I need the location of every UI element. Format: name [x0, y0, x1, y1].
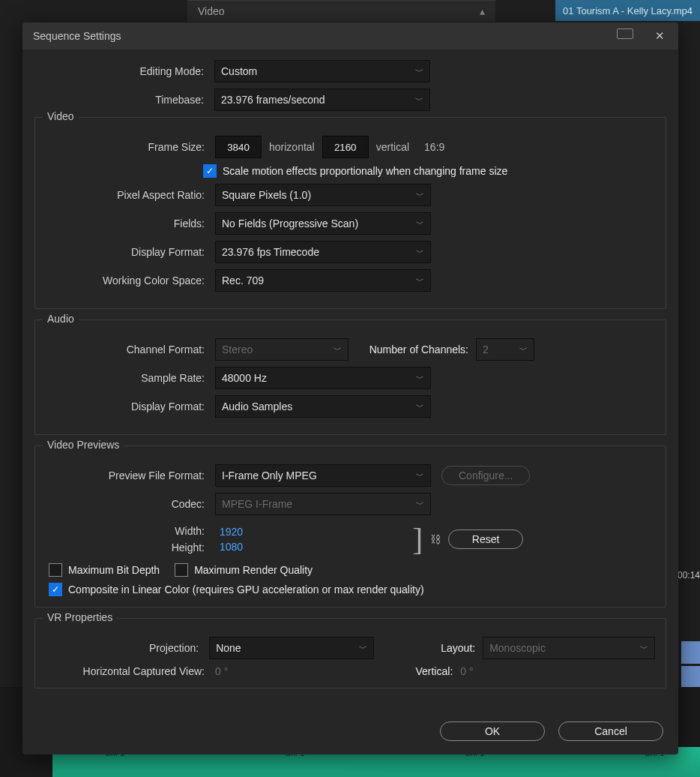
preview-width-value[interactable]: 1920	[215, 524, 247, 539]
cancel-button[interactable]: Cancel	[558, 722, 663, 741]
link-icon[interactable]: ⛓	[430, 533, 441, 545]
bg-video-tab: Video▴	[187, 0, 495, 22]
chevron-down-icon: ﹀	[416, 470, 424, 482]
sequence-settings-dialog: Sequence Settings ✕ Editing Mode: Custom…	[22, 22, 678, 754]
colorspace-label: Working Color Space:	[46, 274, 215, 286]
preview-height-label: Height:	[46, 542, 215, 554]
chevron-down-icon: ﹀	[416, 190, 424, 201]
bg-timecode: 00:14	[678, 570, 700, 580]
colorspace-dropdown[interactable]: Rec. 709﹀	[215, 269, 431, 292]
chevron-down-icon: ﹀	[416, 373, 424, 384]
chevron-down-icon: ﹀	[359, 643, 367, 654]
video-section: Video Frame Size: horizontal vertical 16…	[34, 117, 666, 309]
ok-button[interactable]: OK	[440, 722, 545, 741]
vr-vertical-value: 0 °	[460, 665, 473, 677]
vertical-label: vertical	[376, 141, 409, 153]
max-render-quality-checkbox[interactable]	[175, 563, 188, 577]
chevron-down-icon: ﹀	[334, 344, 342, 356]
chevron-down-icon: ﹀	[416, 275, 424, 286]
titlebar: Sequence Settings ✕	[22, 22, 678, 50]
bg-track-bar	[681, 641, 700, 664]
scale-motion-checkbox[interactable]: ✓	[203, 164, 217, 178]
channel-format-label: Channel Format:	[46, 344, 215, 356]
video-previews-section: Video Previews Preview File Format: I-Fr…	[34, 446, 666, 608]
composite-linear-label: Composite in Linear Color (requires GPU …	[68, 584, 424, 596]
vr-section: VR Properties Projection: None﹀ Layout: …	[34, 618, 666, 688]
composite-linear-checkbox[interactable]: ✓	[49, 583, 62, 596]
audio-section: Audio Channel Format: Stereo﹀ Number of …	[34, 320, 666, 435]
num-channels-dropdown: 2﹀	[476, 338, 534, 361]
frame-width-input[interactable]	[215, 136, 262, 158]
dialog-title: Sequence Settings	[33, 30, 121, 42]
bg-track-bar	[681, 666, 700, 688]
chevron-down-icon: ﹀	[640, 643, 648, 654]
video-dispfmt-label: Display Format:	[46, 246, 215, 258]
editing-mode-dropdown[interactable]: Custom﹀	[214, 60, 430, 82]
layout-label: Layout:	[374, 642, 483, 654]
audio-legend: Audio	[43, 313, 79, 325]
video-dispfmt-dropdown[interactable]: 23.976 fps Timecode﹀	[215, 241, 431, 263]
previews-legend: Video Previews	[43, 439, 124, 451]
vr-vertical-label: Vertical:	[228, 665, 460, 677]
sample-rate-label: Sample Rate:	[46, 372, 215, 384]
fields-label: Fields:	[46, 218, 215, 230]
projection-dropdown[interactable]: None﹀	[209, 637, 374, 659]
codec-label: Codec:	[46, 498, 215, 510]
reset-button[interactable]: Reset	[448, 530, 523, 549]
chevron-down-icon: ﹀	[415, 94, 423, 106]
horizontal-label: horizontal	[269, 141, 315, 153]
layout-dropdown: Monoscopic﹀	[483, 637, 655, 659]
dialog-body: Editing Mode: Custom﹀ Timebase: 23.976 f…	[22, 50, 678, 712]
projection-label: Projection:	[46, 642, 209, 654]
par-label: Pixel Aspect Ratio:	[46, 189, 215, 201]
editing-mode-label: Editing Mode:	[34, 65, 214, 77]
par-dropdown[interactable]: Square Pixels (1.0)﹀	[215, 184, 431, 206]
chevron-down-icon: ﹀	[416, 499, 424, 510]
preview-width-label: Width:	[46, 525, 215, 537]
scale-motion-label: Scale motion effects proportionally when…	[223, 165, 507, 177]
frame-height-input[interactable]	[322, 136, 369, 158]
dialog-footer: OK Cancel	[22, 712, 678, 754]
chevron-down-icon: ﹀	[416, 401, 424, 412]
close-icon[interactable]: ✕	[652, 26, 668, 46]
chevron-down-icon: ﹀	[416, 247, 424, 258]
sample-rate-dropdown[interactable]: 48000 Hz﹀	[215, 367, 431, 389]
hcv-label: Horizontal Captured View:	[46, 665, 215, 677]
audio-dispfmt-label: Display Format:	[46, 400, 215, 412]
timebase-label: Timebase:	[34, 94, 214, 106]
frame-size-label: Frame Size:	[46, 141, 215, 153]
video-legend: Video	[43, 110, 79, 122]
aspect-ratio: 16:9	[424, 141, 444, 153]
chevron-down-icon: ﹀	[415, 66, 423, 77]
battery-icon	[617, 28, 633, 39]
fields-dropdown[interactable]: No Fields (Progressive Scan)﹀	[215, 212, 431, 235]
preview-height-value[interactable]: 1080	[215, 539, 247, 554]
max-bit-depth-label: Maximum Bit Depth	[68, 564, 160, 576]
channel-format-dropdown: Stereo﹀	[215, 338, 349, 361]
vr-legend: VR Properties	[43, 611, 117, 623]
bg-clip: 01 Tourism A - Kelly Lacy.mp4	[555, 0, 700, 21]
hcv-value: 0 °	[215, 665, 228, 677]
preview-fmt-label: Preview File Format:	[46, 470, 215, 482]
preview-fmt-dropdown[interactable]: I-Frame Only MPEG﹀	[215, 464, 431, 487]
timebase-dropdown[interactable]: 23.976 frames/second﹀	[214, 88, 430, 111]
chevron-down-icon: ﹀	[519, 344, 528, 356]
max-bit-depth-checkbox[interactable]	[49, 563, 62, 577]
bracket-icon: ]	[412, 521, 423, 557]
audio-dispfmt-dropdown[interactable]: Audio Samples﹀	[215, 395, 431, 418]
configure-button: Configure...	[441, 466, 530, 485]
codec-dropdown: MPEG I-Frame﹀	[215, 493, 431, 515]
max-render-quality-label: Maximum Render Quality	[194, 564, 313, 576]
num-channels-label: Number of Channels:	[349, 344, 476, 356]
chevron-down-icon: ﹀	[416, 218, 424, 230]
